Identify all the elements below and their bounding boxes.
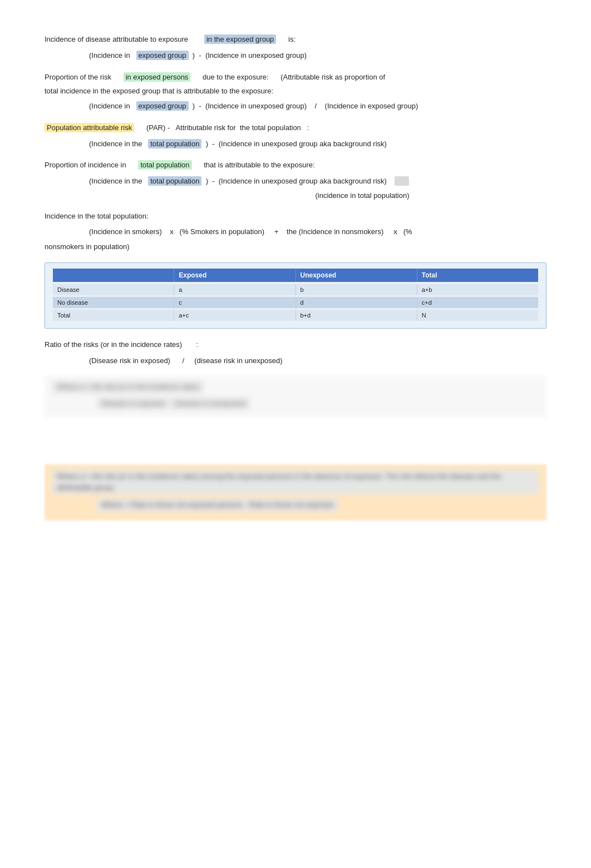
blurred-line-1: Where a = the risk (or in the incidence … — [52, 380, 539, 394]
prop-incidence-heading: Proportion of incidence in total populat… — [45, 159, 546, 171]
total-pop-incidence-section: Incidence in the total population: (Inci… — [45, 211, 546, 252]
attr-risk-is: is: — [288, 35, 296, 43]
table-header-col-0 — [53, 269, 174, 282]
par-label-highlight: Population attributable risk — [45, 123, 134, 132]
prop-risk-paren: (Attributable risk as proportion of — [280, 73, 385, 81]
ratio-risks-heading: Ratio of the risks (or in the incidence … — [45, 339, 546, 351]
proportion-incidence-section: Proportion of incidence in total populat… — [45, 159, 546, 201]
prop-inc-text1: Proportion of incidence in — [45, 161, 126, 169]
table-header-col-3: Total — [417, 269, 538, 282]
par-formula: (Incidence in the total population ) - (… — [89, 138, 546, 150]
exposed-group-highlight-3: exposed group — [136, 101, 189, 111]
total-pop-highlight-1: total population — [148, 139, 201, 148]
attributable-risk-formula: (Incidence in exposed group ) - (Inciden… — [89, 50, 546, 61]
proportion-risk-formula: (Incidence in exposed group ) - (Inciden… — [89, 101, 546, 112]
table-cell-nodisease-label: No disease — [53, 297, 174, 308]
table-row-no-disease: No disease c d c+d — [53, 297, 538, 308]
blurred-section-2: Where a = the risk (or in the incidence … — [45, 464, 546, 520]
blurred-orange-heading: Where a = the risk (or in the incidence … — [52, 470, 539, 494]
attr-risk-text1: Incidence of disease attributable to exp… — [45, 35, 188, 43]
prop-risk-text1: Proportion of the risk — [45, 73, 111, 81]
attributable-risk-heading: Incidence of disease attributable to exp… — [45, 33, 546, 46]
table-row-disease: Disease a b a+b — [53, 284, 538, 295]
exposed-group-highlight-2: exposed group — [136, 51, 189, 60]
table-header-row: Exposed Unexposed Total — [53, 269, 538, 282]
table-cell-total-total: N — [417, 310, 538, 321]
ratio-risks-text: Ratio of the risks (or in the incidence … — [45, 340, 182, 349]
blurred-content-2: Where a = the risk (or in the incidence … — [45, 464, 546, 520]
blurred-box-1 — [395, 176, 409, 186]
proportion-risk-subtext: total incidence in the exposed group tha… — [45, 86, 546, 97]
table-cell-disease-unexposed: b — [296, 284, 417, 295]
total-pop-formula: (Incidence in smokers) x (% Smokers in p… — [89, 226, 546, 237]
blurred-orange-formula: Where = Rate in those not exposed person… — [52, 498, 539, 512]
total-pop-heading: Incidence in the total population: — [45, 211, 546, 222]
exposed-persons-highlight: in exposed persons — [124, 72, 191, 82]
exposed-group-highlight-1: in the exposed group — [204, 34, 276, 44]
ratio-risks-colon: : — [196, 340, 198, 349]
total-pop-highlight-3: total population — [148, 176, 201, 186]
par-heading: Population attributable risk (PAR) - Att… — [45, 122, 546, 134]
proportion-risk-section: Proportion of the risk in exposed person… — [45, 71, 546, 112]
par-desc: Attributable risk for the total populati… — [175, 123, 309, 132]
ratio-risks-section: Ratio of the risks (or in the incidence … — [45, 339, 546, 366]
table-header-col-1: Exposed — [174, 269, 296, 282]
population-attributable-risk-section: Population attributable risk (PAR) - Att… — [45, 122, 546, 150]
epidemiology-table: Exposed Unexposed Total Disease a b a+b … — [45, 262, 546, 329]
table-cell-disease-exposed: a — [174, 284, 296, 295]
table-row-total: Total a+c b+d N — [53, 310, 538, 321]
table-cell-disease-label: Disease — [53, 284, 174, 295]
table-cell-total-exposed: a+c — [174, 310, 296, 321]
table-cell-total-label: Total — [53, 310, 174, 321]
total-pop-formula-cont: nonsmokers in population) — [45, 241, 546, 252]
attributable-risk-section: Incidence of disease attributable to exp… — [45, 33, 546, 61]
blurred-line-2: Disease in exposed Disease in unexposed — [52, 397, 539, 410]
proportion-risk-heading: Proportion of the risk in exposed person… — [45, 71, 546, 83]
par-abbrev: (PAR) - — [146, 123, 170, 132]
table-cell-nodisease-total: c+d — [417, 297, 538, 308]
total-pop-highlight-2: total population — [138, 160, 191, 170]
prop-incidence-formula: (Incidence in the total population ) - (… — [89, 176, 546, 201]
table-cell-disease-total: a+b — [417, 284, 538, 295]
blurred-section-1: Where a = the risk (or in the incidence … — [45, 376, 546, 418]
prop-inc-text2: that is attributable to the exposure: — [204, 161, 314, 169]
table-cell-nodisease-exposed: c — [174, 297, 296, 308]
spacer-1 — [45, 424, 546, 458]
table-header-col-2: Unexposed — [296, 269, 417, 282]
ratio-risks-formula: (Disease risk in exposed) / (disease ris… — [89, 355, 546, 366]
table-cell-nodisease-unexposed: d — [296, 297, 417, 308]
table-cell-total-unexposed: b+d — [296, 310, 417, 321]
blurred-content-1: Where a = the risk (or in the incidence … — [45, 376, 546, 418]
prop-risk-due: due to the exposure: — [203, 73, 269, 81]
